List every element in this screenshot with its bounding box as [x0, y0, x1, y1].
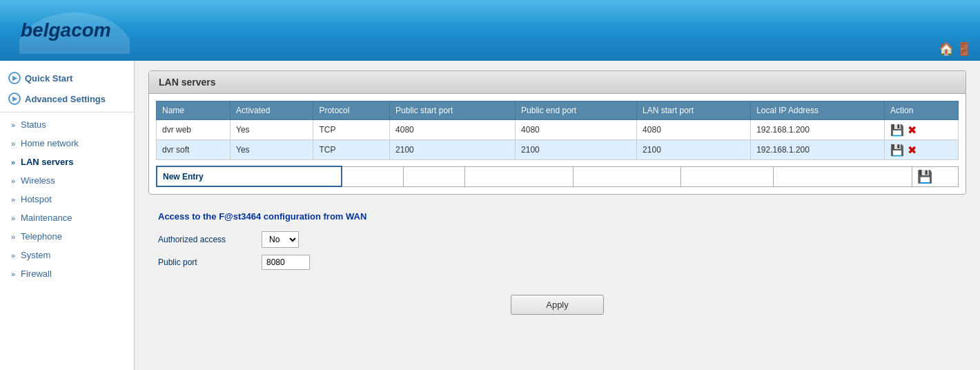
col-activated: Activated: [231, 101, 313, 120]
cell-3-row-0: 4080: [390, 120, 516, 140]
system-arrow: »: [8, 251, 18, 260]
edit-icon-row-0[interactable]: 💾: [890, 124, 904, 136]
cell-2-row-0: TCP: [313, 120, 390, 140]
lan-servers-arrow: »: [8, 157, 18, 167]
authorized-access-row: Authorized access No Yes: [158, 231, 957, 248]
lan-servers-table: Name Activated Protocol Public start por…: [156, 101, 959, 160]
layout: ▶ Quick Start ▶ Advanced Settings » Stat…: [0, 61, 980, 370]
sidebar-label-hotspot: Hotspot: [21, 194, 52, 204]
col-local-ip: Local IP Address: [751, 101, 885, 120]
public-port-input[interactable]: [262, 255, 310, 270]
new-entry-table: New Entry 💾: [156, 166, 959, 187]
new-entry-label[interactable]: New Entry: [157, 166, 342, 186]
table-row: dvr webYesTCP408040804080192.168.1.200 💾…: [157, 120, 959, 140]
cell-5-row-0: 4080: [637, 120, 751, 140]
panel-title: LAN servers: [149, 71, 966, 94]
sidebar-item-wireless[interactable]: » Wireless: [0, 171, 134, 190]
sidebar-label-status: Status: [21, 119, 46, 130]
sidebar-item-advanced-settings[interactable]: ▶ Advanced Settings: [0, 88, 134, 109]
logout-icon[interactable]: 🚪: [957, 41, 972, 55]
cell-1-row-1: Yes: [231, 140, 313, 160]
new-entry-activated: [342, 166, 403, 186]
cell-1-row-0: Yes: [231, 120, 313, 140]
cell-0-row-0: dvr web: [157, 120, 231, 140]
status-arrow: »: [8, 120, 18, 130]
lan-servers-panel: LAN servers Name Activated Protocol Publ…: [148, 70, 966, 195]
edit-icon-row-1[interactable]: 💾: [890, 144, 904, 156]
new-entry-action-icons: 💾: [918, 171, 952, 183]
header: belgacom 🏠 🚪: [0, 0, 980, 61]
sidebar: ▶ Quick Start ▶ Advanced Settings » Stat…: [0, 61, 135, 370]
cell-6-row-1: 192.168.1.200: [751, 140, 885, 160]
col-public-start: Public start port: [390, 101, 516, 120]
sidebar-label-telephone: Telephone: [21, 231, 62, 242]
home-network-arrow: »: [8, 139, 18, 148]
new-entry-public-end: [573, 166, 680, 186]
cell-5-row-1: 2100: [637, 140, 751, 160]
sidebar-item-home-network[interactable]: » Home network: [0, 134, 134, 153]
action-icons-row-0: 💾 ✖: [890, 124, 952, 136]
cell-4-row-0: 4080: [516, 120, 637, 140]
sidebar-divider: [0, 112, 134, 113]
panel-body: Name Activated Protocol Public start por…: [149, 94, 966, 194]
col-name: Name: [157, 101, 231, 120]
sidebar-item-quick-start[interactable]: ▶ Quick Start: [0, 68, 134, 88]
main-content: LAN servers Name Activated Protocol Publ…: [135, 61, 980, 370]
sidebar-label-firewall: Firewall: [21, 269, 52, 279]
add-entry-icon[interactable]: 💾: [918, 171, 932, 183]
action-icons-row-1: 💾 ✖: [890, 144, 952, 156]
new-entry-row: New Entry 💾: [157, 166, 959, 186]
sidebar-item-system[interactable]: » System: [0, 246, 134, 264]
wireless-arrow: »: [8, 176, 18, 186]
hotspot-arrow: »: [8, 195, 18, 204]
sidebar-item-lan-servers[interactable]: » LAN servers: [0, 153, 134, 171]
cell-6-row-0: 192.168.1.200: [751, 120, 885, 140]
maintenance-arrow: »: [8, 213, 18, 223]
table-row: dvr softYesTCP210021002100192.168.1.200 …: [157, 140, 959, 160]
action-cell-row-1[interactable]: 💾 ✖: [884, 140, 958, 160]
firewall-arrow: »: [8, 269, 18, 279]
sidebar-item-hotspot[interactable]: » Hotspot: [0, 190, 134, 208]
home-icon[interactable]: 🏠: [939, 41, 954, 55]
header-icons: 🏠 🚪: [939, 41, 972, 55]
sidebar-item-status[interactable]: » Status: [0, 115, 134, 134]
public-port-row: Public port: [158, 255, 957, 270]
logo-text: belgacom: [21, 19, 111, 41]
table-header-row: Name Activated Protocol Public start por…: [157, 101, 959, 120]
wan-title: Access to the F@st3464 configuration fro…: [158, 211, 957, 222]
apply-button-row: Apply: [148, 295, 966, 315]
sidebar-item-maintenance[interactable]: » Maintenance: [0, 208, 134, 227]
sidebar-label-system: System: [21, 250, 50, 260]
sidebar-item-telephone[interactable]: » Telephone: [0, 227, 134, 246]
new-entry-lan-start: [680, 166, 773, 186]
action-cell-row-0[interactable]: 💾 ✖: [884, 120, 958, 140]
sidebar-label-quick-start: Quick Start: [25, 73, 72, 84]
authorized-label: Authorized access: [158, 235, 262, 244]
col-public-end: Public end port: [516, 101, 637, 120]
sidebar-label-advanced-settings: Advanced Settings: [25, 94, 106, 104]
sidebar-item-firewall[interactable]: » Firewall: [0, 264, 134, 283]
new-entry-protocol: [403, 166, 464, 186]
new-entry-public-start: [465, 166, 573, 186]
cell-0-row-1: dvr soft: [157, 140, 231, 160]
wan-section: Access to the F@st3464 configuration fro…: [148, 204, 966, 284]
sidebar-label-lan-servers: LAN servers: [21, 157, 74, 167]
quick-start-arrow: ▶: [8, 72, 21, 84]
sidebar-label-wireless: Wireless: [21, 175, 55, 186]
delete-icon-row-0[interactable]: ✖: [905, 124, 919, 136]
public-port-label: Public port: [158, 257, 262, 267]
sidebar-label-maintenance: Maintenance: [21, 213, 72, 223]
new-entry-local-ip: [773, 166, 912, 186]
col-protocol: Protocol: [313, 101, 390, 120]
col-action: Action: [884, 101, 958, 120]
authorized-access-select[interactable]: No Yes: [262, 231, 299, 248]
new-entry-action[interactable]: 💾: [912, 166, 958, 186]
apply-button[interactable]: Apply: [511, 295, 604, 315]
cell-3-row-1: 2100: [390, 140, 516, 160]
advanced-settings-arrow: ▶: [8, 92, 21, 105]
col-lan-start: LAN start port: [637, 101, 751, 120]
cell-2-row-1: TCP: [313, 140, 390, 160]
cell-4-row-1: 2100: [516, 140, 637, 160]
sidebar-label-home-network: Home network: [21, 138, 79, 148]
delete-icon-row-1[interactable]: ✖: [905, 144, 919, 156]
